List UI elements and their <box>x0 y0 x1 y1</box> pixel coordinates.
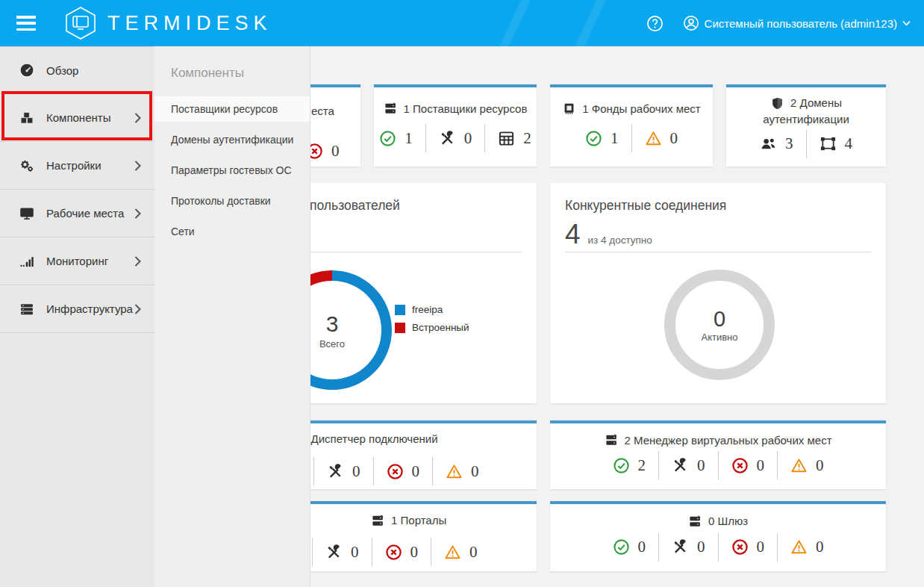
stat-ok: 1 <box>572 124 631 152</box>
card-stats: 2 0 0 <box>600 451 837 479</box>
stat-errors: 0 <box>718 533 778 562</box>
users-icon <box>760 135 777 152</box>
submenu-item-networks[interactable]: Сети <box>154 219 310 244</box>
help-icon[interactable] <box>646 15 664 32</box>
stat-warnings: 0 <box>777 451 837 479</box>
components-submenu-panel: Компоненты Поставщики ресурсов Домены ау… <box>154 46 310 587</box>
chevron-right-icon <box>134 304 141 314</box>
submenu-item-delivery-protocols[interactable]: Протоколы доставки <box>154 188 310 214</box>
stat-maintenance: 0 <box>313 457 373 485</box>
server-icon <box>688 515 702 529</box>
object-group-icon <box>820 135 837 152</box>
signal-bars-icon <box>18 254 36 269</box>
desktop-icon <box>18 206 36 221</box>
error-circle-icon <box>731 457 749 474</box>
servers-icon <box>18 302 36 317</box>
logo-hexagon-icon <box>64 6 97 40</box>
dashboard-icon <box>18 63 36 78</box>
warning-triangle-icon <box>790 538 808 556</box>
tools-icon <box>672 538 689 556</box>
server-icon <box>371 514 385 528</box>
sidebar-item-label: Инфраструктура <box>46 302 133 315</box>
card-title: 1 Фонды рабочих мест <box>562 102 700 117</box>
stat-warnings: 0 <box>432 457 492 485</box>
table-grid-icon <box>498 130 515 147</box>
sidebar-item-label: Рабочие места <box>46 207 124 220</box>
card-vdi-manager: 2 Менеджер виртуальных рабочих мест 2 <box>550 420 886 489</box>
warning-triangle-icon <box>645 130 662 147</box>
ring-label: Активно <box>701 332 737 343</box>
card-stats: 1 0 <box>572 124 690 152</box>
stat-maintenance: 0 <box>312 538 372 566</box>
sidebar-item-infrastructure[interactable]: Инфраструктура <box>0 285 154 333</box>
caret-down-icon <box>902 20 911 26</box>
stat-errors: 0 <box>373 457 433 485</box>
error-circle-icon <box>387 463 404 480</box>
donut-total-label: Всего <box>319 338 345 350</box>
sidebar-item-label: Компоненты <box>46 111 110 124</box>
stat-errors: 0 <box>372 538 431 566</box>
submenu-item-guest-os-params[interactable]: Параметры гостевых ОС <box>154 158 310 183</box>
sidebar-item-label: Мониторинг <box>46 255 108 267</box>
sidebar: Обзор Компоненты Настройки <box>0 46 154 587</box>
brand-title: TERMIDESK <box>107 12 272 35</box>
microchip-icon <box>562 102 576 116</box>
submenu-header: Компоненты <box>154 46 310 91</box>
card-concurrent-connections: Конкурентные соединения 4 из 4 доступно … <box>550 183 886 403</box>
legend-item: Встроенный <box>395 322 469 333</box>
sidebar-item-label: Обзор <box>46 64 78 77</box>
stat-maintenance: 0 <box>658 533 718 562</box>
card-title: 2 Менеджер виртуальных рабочих мест <box>605 433 832 448</box>
server-icon <box>384 102 398 116</box>
warning-triangle-icon <box>446 463 463 480</box>
sidebar-item-components[interactable]: Компоненты <box>0 94 154 142</box>
user-name-label: Системный пользователь (admin123) <box>705 17 897 30</box>
ring-value: 0 <box>714 307 725 332</box>
stat-warnings: 0 <box>631 124 691 152</box>
user-menu[interactable]: Системный пользователь (admin123) <box>683 15 911 31</box>
chevron-right-icon <box>134 113 141 123</box>
users-card-title-fragment: пользователей <box>310 198 400 214</box>
connections-ring-chart: 0 Активно <box>664 270 775 380</box>
stat-maintenance: 0 <box>425 124 485 152</box>
app-window: TERMIDESK Системный пользователь (admin1… <box>0 0 924 587</box>
card-title-fragment: еста <box>311 104 334 119</box>
card-auth-domains: 2 Домены аутентификации 3 <box>726 84 886 167</box>
sidebar-item-overview[interactable]: Обзор <box>0 46 154 94</box>
submenu-item-auth-domains[interactable]: Домены аутентификации <box>154 127 310 152</box>
submenu-item-resource-providers[interactable]: Поставщики ресурсов <box>154 96 310 122</box>
chevron-right-icon <box>134 161 141 171</box>
card-title: 2 Домены аутентификации <box>763 96 849 128</box>
gears-icon <box>18 158 36 173</box>
stat-users: 3 <box>747 130 806 158</box>
legend-swatch-builtin <box>395 323 405 333</box>
card-title: 1 Поставщики ресурсов <box>384 102 528 117</box>
stat-groups: 4 <box>806 130 866 158</box>
card-gateway: 0 Шлюз 0 0 <box>550 501 886 571</box>
check-circle-icon <box>379 130 396 147</box>
sidebar-item-workplaces[interactable]: Рабочие места <box>0 190 154 237</box>
chevron-right-icon <box>134 208 141 219</box>
stat-ok: 2 <box>600 451 659 479</box>
sidebar-item-monitoring[interactable]: Мониторинг <box>0 237 154 285</box>
card-title: 0 Шлюз <box>688 514 748 529</box>
tools-icon <box>325 544 343 561</box>
card-stats: 0 0 0 <box>600 533 837 562</box>
user-avatar-icon <box>683 15 699 31</box>
card-title: 1 Порталы <box>371 513 446 528</box>
card-resource-providers: 1 Поставщики ресурсов 1 <box>374 84 537 167</box>
error-circle-icon <box>731 538 749 556</box>
available-label: из 4 доступно <box>588 235 652 246</box>
check-circle-icon <box>585 130 602 147</box>
topbar: TERMIDESK Системный пользователь (admin1… <box>0 0 924 46</box>
stat-warnings: 0 <box>777 533 837 562</box>
sidebar-item-settings[interactable]: Настройки <box>0 142 154 190</box>
sidebar-item-label: Настройки <box>46 159 102 172</box>
tools-icon <box>439 130 456 147</box>
card-title: 1 Диспетчер подключений <box>302 432 438 447</box>
legend-item: freeipa <box>395 304 469 315</box>
legend-swatch-freeipa <box>395 305 405 315</box>
card-stats: 1 0 <box>366 124 544 152</box>
brand-logo: TERMIDESK <box>64 6 272 40</box>
hamburger-menu-button[interactable] <box>16 16 36 31</box>
